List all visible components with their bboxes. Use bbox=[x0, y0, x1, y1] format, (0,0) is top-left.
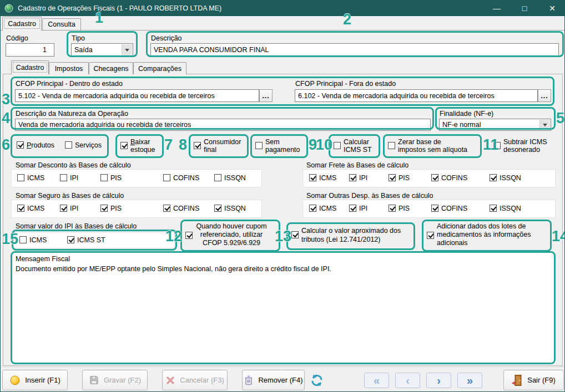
checkbox-calcular-icms-st-box bbox=[334, 142, 341, 149]
checkbox-lotes-medicamentos[interactable]: Adicionar dados dos lotes de medicamento… bbox=[427, 222, 542, 247]
mensagem-fiscal-text: Documento emitido por ME/EPP optante pel… bbox=[16, 265, 331, 273]
tipo-combobox[interactable]: Saída bbox=[71, 43, 133, 57]
checkbox-seguro-issqn-label: ISSQN bbox=[224, 205, 246, 212]
finalidade-dropdown-button[interactable] bbox=[539, 120, 550, 130]
checkbox-outras-cofins-label: COFINS bbox=[441, 205, 467, 212]
gravar-button[interactable]: Gravar (F2) bbox=[82, 370, 148, 390]
minimize-icon: — bbox=[493, 4, 501, 13]
checkbox-zerar-base[interactable]: Zerar base de impostos sem alíquota bbox=[388, 138, 468, 154]
cfop-fora-input[interactable]: 6.102 - Venda de mercadoria adquirida ou… bbox=[295, 89, 538, 102]
minimize-button[interactable]: — bbox=[485, 1, 509, 16]
checkbox-desconto-cofins-label: COFINS bbox=[173, 174, 199, 182]
tab-impostos[interactable]: Impostos bbox=[49, 62, 89, 74]
checkbox-outras-issqn-box bbox=[490, 205, 497, 212]
maximize-icon: □ bbox=[522, 4, 527, 13]
sair-button-label: Sair (F9) bbox=[527, 376, 556, 384]
group-outras-title: Somar Outras Desp. às Bases de cálculo bbox=[306, 192, 433, 200]
remover-button[interactable]: Remover (F4) bbox=[242, 370, 305, 390]
checkbox-outras-ipi-label: IPI bbox=[359, 205, 367, 212]
checkbox-frete-cofins[interactable]: COFINS bbox=[431, 174, 467, 182]
checkbox-frete-pis[interactable]: PIS bbox=[389, 174, 410, 182]
tab-cadastro-inner[interactable]: Cadastro bbox=[11, 60, 49, 74]
tab-checagens-label: Checagens bbox=[93, 65, 128, 73]
checkbox-servicos[interactable]: Serviços bbox=[65, 141, 102, 149]
inserir-button[interactable]: Inserir (F1) bbox=[2, 370, 68, 390]
checkbox-frete-issqn[interactable]: ISSQN bbox=[490, 174, 521, 182]
group-ipi-title: Somar valor do IPI às Bases de cálculo bbox=[16, 222, 137, 230]
checkbox-seguro-pis-label: PIS bbox=[110, 205, 122, 212]
checkbox-seguro-icms[interactable]: ICMS bbox=[17, 205, 44, 212]
checkbox-consumidor-final-label: Consumidor final bbox=[204, 138, 248, 154]
checkbox-frete-ipi-label: IPI bbox=[359, 174, 367, 182]
checkbox-desconto-issqn-label: ISSQN bbox=[224, 174, 246, 182]
checkbox-sem-pagamento[interactable]: Sem pagamento bbox=[255, 138, 305, 154]
close-button[interactable]: ✕ bbox=[540, 1, 564, 16]
checkbox-frete-issqn-box bbox=[490, 174, 497, 181]
tab-checagens[interactable]: Checagens bbox=[89, 62, 133, 74]
checkbox-frete-icms-box bbox=[309, 174, 316, 181]
nav-next-button[interactable]: › bbox=[426, 373, 451, 388]
natureza-input[interactable]: Venda de mercadoria adquirida ou recebid… bbox=[15, 119, 431, 131]
checkbox-ipi-icms-st[interactable]: ICMS ST bbox=[67, 236, 105, 244]
checkbox-servicos-label: Serviços bbox=[75, 141, 102, 149]
finalidade-combobox[interactable]: NF-e normal bbox=[439, 119, 551, 131]
cfop-dentro-browse-button[interactable]: ... bbox=[259, 89, 273, 102]
checkbox-outras-pis[interactable]: PIS bbox=[389, 205, 410, 212]
checkbox-outras-cofins-box bbox=[431, 205, 438, 212]
checkbox-ipi-icms-box bbox=[19, 236, 27, 243]
cancelar-button[interactable]: Cancelar (F3) bbox=[162, 370, 228, 390]
natureza-value: Venda de mercadoria adquirida ou recebid… bbox=[18, 121, 191, 129]
checkbox-seguro-ipi[interactable]: IPI bbox=[60, 205, 78, 212]
checkbox-outras-cofins[interactable]: COFINS bbox=[431, 205, 467, 212]
tipo-value: Saída bbox=[74, 46, 93, 54]
tab-comparacoes[interactable]: Comparações bbox=[133, 62, 186, 74]
cfop-fora-browse-button[interactable]: ... bbox=[538, 89, 551, 102]
checkbox-desconto-pis[interactable]: PIS bbox=[100, 174, 122, 182]
ellipsis-icon: ... bbox=[262, 92, 269, 100]
checkbox-frete-icms[interactable]: ICMS bbox=[309, 174, 336, 182]
refresh-button[interactable] bbox=[307, 371, 326, 390]
checkbox-frete-pis-label: PIS bbox=[398, 174, 410, 182]
codigo-input[interactable]: 1 bbox=[6, 43, 54, 57]
checkbox-subtrair-icms[interactable]: Subtrair ICMS desonerado bbox=[493, 138, 551, 154]
checkbox-frete-ipi[interactable]: IPI bbox=[349, 174, 367, 182]
checkbox-calcular-icms-st[interactable]: Calcular ICMS ST bbox=[334, 138, 376, 154]
checkbox-desconto-icms-label: ICMS bbox=[27, 174, 44, 182]
checkbox-outras-ipi[interactable]: IPI bbox=[349, 205, 367, 212]
checkbox-desconto-pis-label: PIS bbox=[110, 174, 122, 182]
checkbox-seguro-issqn[interactable]: ISSQN bbox=[214, 205, 246, 212]
checkbox-baixar-estoque[interactable]: Baixar estoque bbox=[120, 138, 159, 154]
checkbox-desconto-cofins[interactable]: COFINS bbox=[163, 174, 199, 182]
checkbox-desconto-ipi[interactable]: IPI bbox=[60, 174, 78, 182]
checkbox-produtos-label: Produtos bbox=[27, 141, 54, 149]
checkbox-outras-pis-label: PIS bbox=[398, 205, 410, 212]
checkbox-consumidor-final[interactable]: Consumidor final bbox=[194, 138, 248, 154]
checkbox-seguro-pis[interactable]: PIS bbox=[100, 205, 122, 212]
checkbox-outras-issqn[interactable]: ISSQN bbox=[490, 205, 521, 212]
checkbox-outras-ipi-box bbox=[349, 205, 356, 212]
descricao-input[interactable]: VENDA PARA CONSUMIDOR FINAL bbox=[150, 43, 559, 57]
exit-door-icon bbox=[512, 374, 523, 386]
nav-last-button[interactable]: » bbox=[457, 373, 482, 388]
checkbox-cupom-referenciado[interactable]: Quando houver cupom referenciado, utiliz… bbox=[185, 222, 268, 247]
codigo-value: 1 bbox=[43, 46, 47, 54]
nav-prev-button[interactable]: ‹ bbox=[395, 373, 420, 388]
tipo-dropdown-button[interactable] bbox=[122, 44, 132, 55]
cfop-dentro-label: CFOP Principal - Dentro do estado bbox=[16, 80, 123, 88]
checkbox-ipi-icms[interactable]: ICMS bbox=[19, 236, 47, 244]
checkbox-seguro-issqn-box bbox=[214, 205, 221, 212]
checkbox-outras-icms[interactable]: ICMS bbox=[309, 205, 336, 212]
checkbox-seguro-cofins[interactable]: COFINS bbox=[163, 205, 199, 212]
tab-cadastro-main-label: Cadastro bbox=[8, 20, 36, 28]
maximize-button[interactable]: □ bbox=[512, 1, 537, 16]
nav-first-button[interactable]: « bbox=[364, 373, 389, 388]
checkbox-desconto-issqn[interactable]: ISSQN bbox=[214, 174, 246, 182]
checkbox-tributos-aproximados[interactable]: Calcular o valor aproximado dos tributos… bbox=[291, 226, 401, 244]
sair-button[interactable]: Sair (F9) bbox=[503, 370, 564, 390]
checkbox-produtos[interactable]: Produtos bbox=[17, 141, 54, 149]
tab-consulta-main[interactable]: Consulta bbox=[42, 18, 81, 30]
cfop-dentro-input[interactable]: 5.102 - Venda de mercadoria adquirida ou… bbox=[15, 89, 259, 102]
checkbox-frete-cofins-box bbox=[431, 174, 438, 181]
tab-cadastro-main[interactable]: Cadastro bbox=[2, 17, 42, 30]
checkbox-desconto-icms[interactable]: ICMS bbox=[17, 174, 44, 182]
